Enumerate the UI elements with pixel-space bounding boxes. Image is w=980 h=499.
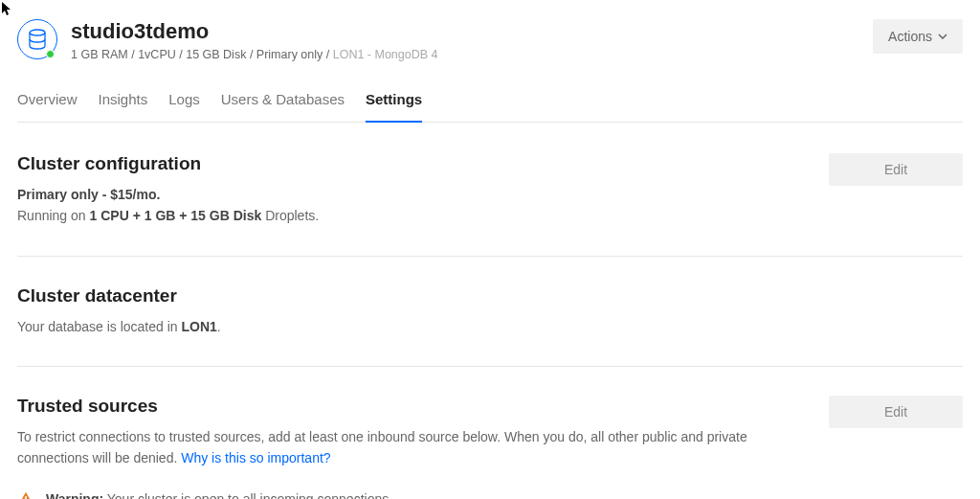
trusted-sources-why-link[interactable]: Why is this so important?: [181, 450, 330, 465]
tab-users-databases[interactable]: Users & Databases: [221, 91, 345, 123]
cluster-spec-line: 1 GB RAM / 1vCPU / 15 GB Disk / Primary …: [71, 47, 438, 64]
svg-point-0: [30, 30, 45, 35]
warning-row: Warning: Your cluster is open to all inc…: [17, 490, 810, 499]
actions-dropdown[interactable]: Actions: [873, 19, 963, 54]
section-trusted-sources: Trusted sources To restrict connections …: [17, 396, 963, 499]
datacenter-title: Cluster datacenter: [17, 285, 963, 306]
actions-label: Actions: [888, 29, 932, 44]
status-dot-online: [46, 50, 55, 58]
edit-cluster-config-button[interactable]: Edit: [829, 153, 963, 186]
database-icon: [17, 19, 57, 59]
warning-icon: [17, 490, 34, 499]
tabs-nav: Overview Insights Logs Users & Databases…: [17, 91, 963, 123]
mouse-cursor: [2, 2, 13, 17]
tab-insights[interactable]: Insights: [99, 91, 148, 123]
tab-logs[interactable]: Logs: [168, 91, 200, 123]
section-cluster-datacenter: Cluster datacenter Your database is loca…: [17, 285, 963, 367]
tab-settings[interactable]: Settings: [366, 91, 422, 123]
cluster-title: studio3tdemo: [71, 19, 438, 44]
cluster-config-title: Cluster configuration: [17, 153, 810, 174]
cluster-config-plan: Primary only - $15/mo.: [17, 187, 160, 202]
chevron-down-icon: [938, 34, 947, 39]
page-header: studio3tdemo 1 GB RAM / 1vCPU / 15 GB Di…: [17, 19, 963, 64]
tab-overview[interactable]: Overview: [17, 91, 78, 123]
section-cluster-configuration: Cluster configuration Primary only - $15…: [17, 153, 963, 257]
datacenter-location: Your database is located in LON1.: [17, 316, 963, 337]
edit-trusted-sources-button[interactable]: Edit: [829, 396, 963, 428]
trusted-sources-description: To restrict connections to trusted sourc…: [17, 426, 810, 469]
warning-message: Warning: Your cluster is open to all inc…: [46, 491, 392, 499]
cluster-config-running: Running on 1 CPU + 1 GB + 15 GB Disk Dro…: [17, 208, 319, 223]
trusted-sources-title: Trusted sources: [17, 396, 810, 417]
